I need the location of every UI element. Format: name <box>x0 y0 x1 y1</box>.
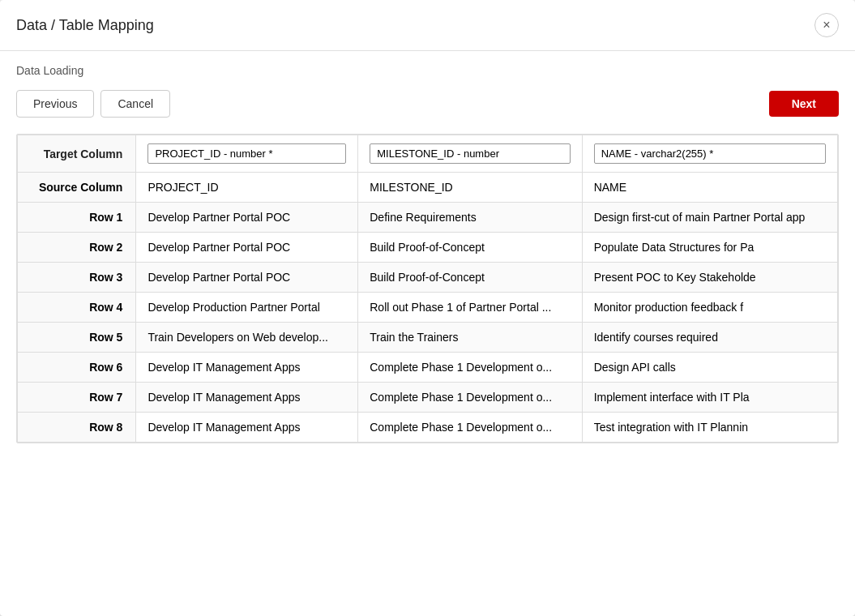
row-4-col-2: Roll out Phase 1 of Partner Portal ... <box>358 293 582 323</box>
target-col-3 <box>582 135 837 173</box>
next-button[interactable]: Next <box>769 91 839 117</box>
close-button[interactable]: × <box>814 13 839 37</box>
target-col-2-input[interactable] <box>370 143 570 164</box>
target-column-label: Target Column <box>18 135 136 173</box>
source-col-3: NAME <box>582 173 837 203</box>
target-col-2 <box>358 135 582 173</box>
target-column-row: Target Column <box>18 135 838 173</box>
row-7-col-3: Implement interface with IT Pla <box>582 383 837 413</box>
row-3-col-3: Present POC to Key Stakeholde <box>582 263 837 293</box>
row-1-col-2: Define Requirements <box>358 203 582 233</box>
row-2-col-2: Build Proof-of-Concept <box>358 233 582 263</box>
modal-header: Data / Table Mapping × <box>0 0 855 51</box>
row-5-col-1: Train Developers on Web develop... <box>136 323 358 353</box>
row-label-3: Row 3 <box>18 263 136 293</box>
cancel-button[interactable]: Cancel <box>100 90 170 118</box>
row-label-4: Row 4 <box>18 293 136 323</box>
row-8-col-2: Complete Phase 1 Development o... <box>358 413 582 443</box>
row-1-col-1: Develop Partner Portal POC <box>136 203 358 233</box>
row-4-col-3: Monitor production feedback f <box>582 293 837 323</box>
row-label-6: Row 6 <box>18 353 136 383</box>
row-6-col-3: Design API calls <box>582 353 837 383</box>
table-row: Row 6Develop IT Management AppsComplete … <box>18 353 838 383</box>
row-5-col-2: Train the Trainers <box>358 323 582 353</box>
row-label-8: Row 8 <box>18 413 136 443</box>
table-container: Target Column Source Colu <box>16 134 839 443</box>
row-7-col-2: Complete Phase 1 Development o... <box>358 383 582 413</box>
row-8-col-1: Develop IT Management Apps <box>136 413 358 443</box>
row-2-col-3: Populate Data Structures for Pa <box>582 233 837 263</box>
row-label-2: Row 2 <box>18 233 136 263</box>
modal-title: Data / Table Mapping <box>16 17 154 34</box>
table-row: Row 4Develop Production Partner PortalRo… <box>18 293 838 323</box>
row-5-col-3: Identify courses required <box>582 323 837 353</box>
previous-button[interactable]: Previous <box>16 90 94 118</box>
source-col-2: MILESTONE_ID <box>358 173 582 203</box>
row-6-col-1: Develop IT Management Apps <box>136 353 358 383</box>
toolbar: Previous Cancel Next <box>16 90 839 118</box>
row-2-col-1: Develop Partner Portal POC <box>136 233 358 263</box>
source-column-row: Source Column PROJECT_ID MILESTONE_ID NA… <box>18 173 838 203</box>
row-4-col-1: Develop Production Partner Portal <box>136 293 358 323</box>
row-6-col-2: Complete Phase 1 Development o... <box>358 353 582 383</box>
modal-body: Data Loading Previous Cancel Next Target… <box>0 51 855 616</box>
toolbar-left: Previous Cancel <box>16 90 170 118</box>
target-col-1-input[interactable] <box>147 143 346 164</box>
target-col-3-input[interactable] <box>594 143 826 164</box>
row-3-col-1: Develop Partner Portal POC <box>136 263 358 293</box>
mapping-table: Target Column Source Colu <box>17 135 838 443</box>
modal-container: Data / Table Mapping × Data Loading Prev… <box>0 0 855 616</box>
source-column-label: Source Column <box>18 173 136 203</box>
row-label-1: Row 1 <box>18 203 136 233</box>
row-label-5: Row 5 <box>18 323 136 353</box>
row-7-col-1: Develop IT Management Apps <box>136 383 358 413</box>
row-label-7: Row 7 <box>18 383 136 413</box>
section-title: Data Loading <box>16 64 839 77</box>
source-col-1: PROJECT_ID <box>136 173 358 203</box>
table-row: Row 8Develop IT Management AppsComplete … <box>18 413 838 443</box>
table-row: Row 3Develop Partner Portal POCBuild Pro… <box>18 263 838 293</box>
table-row: Row 5Train Developers on Web develop...T… <box>18 323 838 353</box>
table-row: Row 1Develop Partner Portal POCDefine Re… <box>18 203 838 233</box>
row-1-col-3: Design first-cut of main Partner Portal … <box>582 203 837 233</box>
row-8-col-3: Test integration with IT Plannin <box>582 413 837 443</box>
table-row: Row 2Develop Partner Portal POCBuild Pro… <box>18 233 838 263</box>
table-row: Row 7Develop IT Management AppsComplete … <box>18 383 838 413</box>
row-3-col-2: Build Proof-of-Concept <box>358 263 582 293</box>
target-col-1 <box>136 135 358 173</box>
